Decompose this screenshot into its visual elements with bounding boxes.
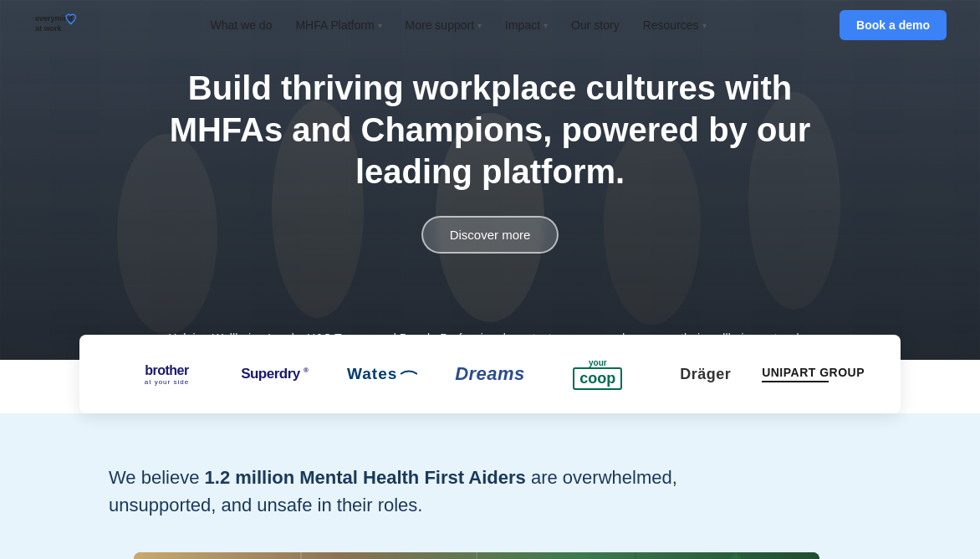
main-nav: everymind at work What we do MHFA Platfo…: [0, 0, 980, 50]
chevron-down-icon: ▾: [477, 21, 482, 30]
logo-yourcoop: your coop: [544, 358, 651, 390]
book-demo-button[interactable]: Book a demo: [840, 10, 947, 40]
nav-impact[interactable]: Impact ▾: [505, 18, 548, 32]
chevron-down-icon: ▾: [378, 21, 382, 30]
logo-brother: brother at your side: [113, 363, 221, 386]
chevron-down-icon: ▾: [544, 21, 548, 30]
chevron-down-icon: ▾: [702, 21, 707, 30]
belief-image-row: [109, 552, 871, 559]
discover-more-button[interactable]: Discover more: [421, 216, 559, 254]
svg-text:at work: at work: [35, 24, 63, 33]
logos-strip: brother at your side Superdry ® Wates Dr…: [79, 335, 901, 413]
logo-wates: Wates: [329, 365, 436, 383]
nav-resources[interactable]: Resources ▾: [643, 18, 707, 32]
logo-dreams: Dreams: [436, 363, 544, 385]
nav-mhfa-platform[interactable]: MHFA Platform ▾: [295, 18, 381, 32]
logo-unipart: UNIPART GROUP: [759, 366, 867, 382]
hero-section: .hero-bg { background: linear-gradient(r…: [0, 0, 980, 360]
nav-more-support[interactable]: More support ▾: [406, 18, 482, 32]
nav-what-we-do[interactable]: What we do: [211, 18, 273, 32]
section-preview-image: [134, 552, 819, 559]
belief-text: We believe 1.2 million Mental Health Fir…: [109, 464, 744, 519]
logo[interactable]: everymind at work: [33, 8, 77, 43]
logo-superdry: Superdry ®: [221, 366, 329, 382]
nav-our-story[interactable]: Our story: [571, 18, 620, 32]
nav-links: What we do MHFA Platform ▾ More support …: [211, 18, 707, 32]
wates-swoosh-icon: [401, 368, 417, 380]
belief-section: We believe 1.2 million Mental Health Fir…: [0, 413, 980, 559]
hero-title: Build thriving workplace cultures with M…: [164, 67, 816, 192]
logo-drager: Dräger: [651, 366, 759, 383]
